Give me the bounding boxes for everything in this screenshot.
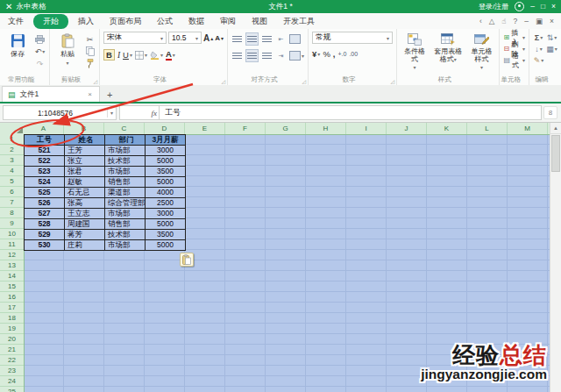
row-header-13[interactable]: 13 <box>0 260 24 271</box>
underline-button[interactable]: U▾ <box>123 50 132 60</box>
table-cell[interactable]: 张立 <box>65 156 105 167</box>
row-header-18[interactable]: 18 <box>0 313 24 324</box>
table-cell[interactable]: 石无忌 <box>65 188 105 198</box>
comma-format-icon[interactable]: , <box>333 49 336 59</box>
column-header-M[interactable]: M <box>508 123 548 134</box>
row-header-19[interactable]: 19 <box>0 324 24 334</box>
hand-tool-icon[interactable]: ☝ <box>501 17 506 25</box>
menu-tab-数据[interactable]: 数据 <box>181 14 212 29</box>
login-register-link[interactable]: 登录/注册 <box>479 2 508 11</box>
table-header-cell[interactable]: 工号 <box>25 135 65 146</box>
dialog-launcher-icon[interactable]: ◿ <box>221 78 225 84</box>
cell-styles-button[interactable]: 单元格样式▾ <box>467 32 495 74</box>
maximize-button[interactable]: □ <box>541 3 545 11</box>
column-header-B[interactable]: B <box>64 123 104 134</box>
menu-tab-视图[interactable]: 视图 <box>244 14 275 29</box>
table-header-cell[interactable]: 部门 <box>105 135 146 146</box>
fill-color-icon[interactable]: ▾ <box>150 51 163 60</box>
column-header-C[interactable]: C <box>104 123 145 134</box>
minimize-button[interactable]: – <box>530 3 535 11</box>
insert-function-button[interactable]: fx <box>119 105 163 120</box>
table-cell[interactable]: 庄莉 <box>65 240 105 251</box>
autosum-icon[interactable]: Σ▾ <box>533 32 544 43</box>
column-header-J[interactable]: J <box>387 123 427 134</box>
select-all-button[interactable] <box>0 123 25 135</box>
table-cell[interactable]: 王芳 <box>65 146 105 156</box>
menu-tab-公式[interactable]: 公式 <box>149 14 181 29</box>
find-select-icon[interactable]: ▦▾ <box>546 43 557 54</box>
new-tab-button[interactable]: + <box>100 89 119 102</box>
table-cell[interactable]: 渠道部 <box>105 188 146 198</box>
table-header-cell[interactable]: 3月月薪 <box>146 135 186 146</box>
row-header-12[interactable]: 12 <box>0 250 24 260</box>
number-format-select[interactable]: 常规▾ <box>312 32 393 44</box>
table-cell[interactable]: 周建国 <box>65 219 105 230</box>
table-cell[interactable]: 3000 <box>146 209 186 219</box>
table-cell[interactable]: 526 <box>25 198 65 209</box>
currency-format-icon[interactable]: ¥▾ <box>312 49 320 59</box>
table-cell[interactable]: 5000 <box>146 156 186 167</box>
undo-icon[interactable]: ↶▾ <box>34 46 46 57</box>
row-header-8[interactable]: 8 <box>0 208 24 218</box>
user-avatar-icon[interactable] <box>515 2 524 11</box>
name-box-caret-icon[interactable]: ▾ <box>108 110 116 116</box>
row-header-1[interactable]: 1 <box>0 134 24 145</box>
table-cell[interactable]: 525 <box>25 188 65 198</box>
clear-icon[interactable]: ✎▾ <box>533 54 544 66</box>
row-header-14[interactable]: 14 <box>0 271 24 282</box>
format-as-table-button[interactable]: 套用表格格式▾ <box>431 32 465 66</box>
name-box[interactable]: 1:1048576 ▾ <box>3 105 117 120</box>
table-cell[interactable]: 4000 <box>146 188 186 198</box>
data-table[interactable]: 工号姓名部门3月月薪521王芳市场部3000522张立技术部5000523张君市… <box>24 134 186 251</box>
column-header-K[interactable]: K <box>427 123 467 134</box>
grow-font-icon[interactable]: A▴ <box>203 32 213 44</box>
format-cells-button[interactable]: ▤格式▾ <box>503 54 525 66</box>
formula-bar-expand-icon[interactable]: 8 <box>543 106 557 119</box>
tab-close-icon[interactable]: × <box>88 90 92 98</box>
table-cell[interactable]: 市场部 <box>105 146 146 156</box>
row-header-20[interactable]: 20 <box>0 334 24 345</box>
row-header-9[interactable]: 9 <box>0 218 24 229</box>
scroll-up-icon[interactable]: ▲ <box>550 123 561 134</box>
table-cell[interactable]: 5000 <box>146 177 186 188</box>
decrease-decimal-icon[interactable]: .00 <box>349 51 358 57</box>
table-cell[interactable]: 3500 <box>146 230 186 240</box>
row-header-23[interactable]: 23 <box>0 366 24 376</box>
table-cell[interactable]: 5000 <box>146 219 186 230</box>
column-header-F[interactable]: F <box>225 123 266 134</box>
font-size-select[interactable]: 10.5▾ <box>168 32 202 44</box>
font-name-select[interactable]: 宋体▾ <box>103 32 167 44</box>
row-header-3[interactable]: 3 <box>0 155 24 166</box>
table-cell[interactable]: 521 <box>25 146 65 156</box>
table-cell[interactable]: 527 <box>25 209 65 219</box>
menu-tab-页面布局[interactable]: 页面布局 <box>102 14 149 29</box>
menu-tab-文件[interactable]: 文件 <box>0 14 32 29</box>
table-cell[interactable]: 张君 <box>65 167 105 177</box>
row-header-17[interactable]: 17 <box>0 303 24 313</box>
table-cell[interactable]: 529 <box>25 230 65 240</box>
font-color-icon[interactable]: A▾ <box>166 49 175 61</box>
align-bottom-icon[interactable] <box>261 33 273 45</box>
dialog-launcher-icon[interactable]: ◿ <box>390 78 394 84</box>
align-center-icon[interactable] <box>245 49 259 62</box>
table-cell[interactable]: 市场部 <box>105 240 146 251</box>
align-top-icon[interactable] <box>231 33 243 45</box>
table-cell[interactable]: 张高 <box>65 198 105 209</box>
column-header-G[interactable]: G <box>266 123 306 134</box>
copy-icon[interactable] <box>84 46 96 57</box>
increase-indent-icon[interactable]: ⇥ <box>275 50 287 61</box>
table-cell[interactable]: 市场部 <box>105 209 146 219</box>
row-header-15[interactable]: 15 <box>0 282 24 292</box>
table-cell[interactable]: 市场部 <box>105 167 146 177</box>
conditional-format-button[interactable]: 条件格式▾ <box>401 32 429 74</box>
align-left-icon[interactable] <box>231 50 243 61</box>
table-cell[interactable]: 530 <box>25 240 65 251</box>
table-cell[interactable]: 5000 <box>146 240 186 251</box>
formula-input[interactable]: 工号 <box>159 105 542 120</box>
row-header-11[interactable]: 11 <box>0 239 24 250</box>
fill-icon[interactable]: ↓▾ <box>533 43 544 54</box>
row-header-10[interactable]: 10 <box>0 229 24 239</box>
borders-icon[interactable]: ▾ <box>135 51 147 60</box>
increase-decimal-icon[interactable]: +.0 <box>337 51 346 57</box>
align-right-icon[interactable] <box>261 50 273 61</box>
